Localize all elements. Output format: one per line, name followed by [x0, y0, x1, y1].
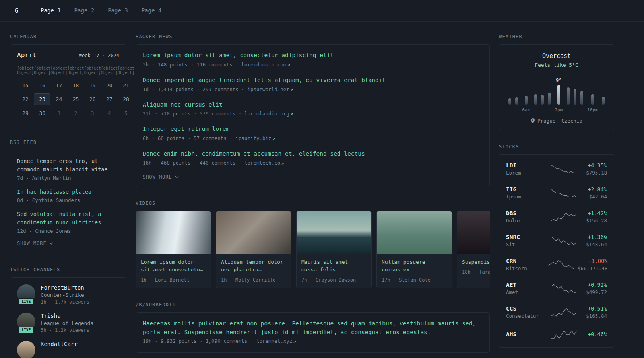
stock-row[interactable]: DBS Dolor +1.42% $156.28	[506, 205, 607, 229]
calendar-weekday: [object Object]	[17, 64, 34, 77]
hackernews-domain-link[interactable]: ipsumify.biz↗	[235, 135, 275, 141]
hackernews-section: HACKER NEWS Lorem ipsum dolor sit amet, …	[136, 34, 490, 187]
stock-change: +0.51%	[586, 305, 607, 312]
external-link-icon: ↗	[290, 111, 293, 117]
video-card[interactable]: Lorem ipsum dolor sit amet consectetu… 1…	[136, 211, 211, 288]
stock-change: +4.35%	[586, 162, 607, 169]
video-title: Aliquam tempor dolor nec pharetra…	[221, 258, 286, 274]
hackernews-domain-link[interactable]: ipsumworld.net↗	[247, 86, 293, 92]
weather-temp-bar	[508, 98, 511, 105]
twitch-channel[interactable]: LIVE ForrestBurton Counter-Strike 1h · 1…	[17, 284, 119, 305]
video-meta: 18h · Tara	[462, 269, 490, 275]
hackernews-title-link[interactable]: Integer eget rutrum lorem	[143, 125, 483, 134]
hackernews-show-more-button[interactable]: SHOW MORE	[143, 174, 483, 180]
weather-condition: Overcast	[506, 53, 607, 60]
stock-change: +1.36%	[586, 234, 607, 240]
page-tab[interactable]: Page 1	[41, 0, 61, 21]
hackernews-meta-text: 1d · 1,414 points · 299 comments ·	[143, 86, 244, 92]
page-tab[interactable]: Page 4	[142, 0, 162, 21]
weather-hour-column	[515, 74, 518, 113]
stocks-section-label: STOCKS	[499, 144, 614, 150]
stock-values: +4.35% $795.18	[586, 162, 607, 176]
subreddit-domain-link[interactable]: loremnet.xyz↗	[256, 338, 296, 344]
right-column: WEATHER Overcast Feels like 5°C	[499, 34, 614, 358]
hackernews-title-link[interactable]: Donec enim nibh, condimentum et accumsan…	[143, 150, 483, 158]
rss-item-title-link[interactable]: Donec tempor eros leo, ut commodo mauris…	[17, 157, 119, 174]
video-meta: 17h · Stefan Cole	[382, 277, 447, 283]
stock-row[interactable]: CCS Consectetur +0.51% $165.84	[506, 300, 607, 324]
twitch-channel-name: Trisha	[41, 313, 93, 319]
calendar-weekday: [object Object]	[84, 64, 101, 77]
stock-row[interactable]: IIG Ipsum +2.84% $42.04	[506, 181, 607, 205]
subreddit-section-label: /R/SUBREDDIT	[136, 302, 490, 307]
rss-item-title-link[interactable]: In hac habitasse platea	[17, 188, 119, 196]
show-more-label: SHOW MORE	[143, 174, 172, 180]
hackernews-domain: loremtech.co	[244, 160, 280, 166]
video-card[interactable]: Mauris sit amet massa felis 7h · Grayson…	[296, 211, 372, 288]
video-meta: 7h · Grayson Dawson	[301, 277, 367, 283]
stock-row[interactable]: LDI Lorem +4.35% $795.18	[506, 157, 607, 181]
hackernews-domain-link[interactable]: loremtech.co↗	[244, 160, 284, 166]
live-badge: LIVE	[18, 298, 34, 305]
hackernews-domain-link[interactable]: loremlandia.org↗	[244, 111, 293, 117]
video-thumbnail	[297, 211, 371, 254]
stock-price: $156.28	[586, 218, 607, 224]
calendar-day: 30	[34, 107, 50, 119]
video-card[interactable]: Nullam posuere cursus ex 17h · Stefan Co…	[376, 211, 452, 288]
calendar-section-label: CALENDAR	[10, 34, 126, 39]
hackernews-item-meta: 3h · 148 points · 116 comments · loremdo…	[143, 62, 483, 68]
calendar-day: 26	[84, 93, 101, 105]
page-tab[interactable]: Page 3	[108, 0, 128, 21]
stock-values: +0.46%	[588, 331, 607, 339]
stock-identity: CCS Consectetur	[506, 305, 544, 319]
hackernews-section-label: HACKER NEWS	[136, 34, 490, 39]
calendar-day: 1	[50, 107, 67, 119]
hackernews-item: Donec imperdiet augue tincidunt felis al…	[143, 76, 483, 92]
rss-item-title-link[interactable]: Sed volutpat nulla nisl, a condimentum n…	[17, 210, 119, 227]
stock-row[interactable]: CRN Bitcorn -1.00% $66,171.48	[506, 253, 607, 276]
page-tab[interactable]: Page 2	[74, 0, 95, 21]
calendar-day: 29	[17, 107, 34, 119]
stock-identity: IIG Ipsum	[506, 186, 544, 200]
hackernews-domain-link[interactable]: loremdomain.com↗	[241, 62, 290, 68]
app-logo[interactable]: G	[10, 0, 29, 21]
weather-temp-bar	[548, 93, 551, 105]
video-title: Nullam posuere cursus ex	[382, 258, 447, 274]
rss-show-more-button[interactable]: SHOW MORE	[17, 241, 119, 246]
hackernews-title-link[interactable]: Lorem ipsum dolor sit amet, consectetur …	[143, 51, 483, 60]
twitch-channel[interactable]: LIVE Trisha League of Legends 3h · 1.2k …	[17, 313, 119, 333]
calendar-week: Week 17	[79, 53, 99, 58]
stock-identity: AHS	[506, 331, 544, 339]
stock-price: $66,171.48	[578, 265, 607, 271]
stock-values: +0.92% $499.72	[586, 282, 607, 295]
video-card[interactable]: Aliquam tempor dolor nec pharetra… 1h · …	[216, 211, 291, 288]
stock-row[interactable]: SNRC Sit +1.36% $148.64	[506, 229, 607, 253]
weather-temp-bar	[541, 95, 544, 105]
twitch-channel-info: ForrestBurton Counter-Strike 1h · 1.7k v…	[41, 284, 89, 305]
stock-sparkline	[551, 283, 576, 294]
twitch-channel[interactable]: KendallCarr	[17, 341, 119, 358]
hackernews-title-link[interactable]: Donec imperdiet augue tincidunt felis al…	[143, 76, 483, 85]
weather-hour-column	[602, 74, 605, 113]
calendar-day: 18	[67, 80, 84, 91]
twitch-channel-info: Trisha League of Legends 3h · 1.2k viewe…	[41, 313, 93, 333]
subreddit-domain: loremnet.xyz	[256, 338, 292, 344]
stock-ticker: AHS	[506, 331, 544, 337]
subreddit-post-title-link[interactable]: Maecenas mollis pulvinar erat non posuer…	[143, 319, 483, 337]
calendar-year: 2024	[108, 53, 119, 58]
stock-change: +0.46%	[588, 331, 607, 337]
weather-temp-bar	[525, 96, 528, 105]
stock-row[interactable]: AET Amet +0.92% $499.72	[506, 276, 607, 300]
video-card[interactable]: Suspendisse diam 18h · Tara	[457, 211, 490, 288]
calendar-section: CALENDAR April Week 17 · 2024 [object Ob…	[10, 34, 126, 126]
stock-ticker: LDI	[506, 162, 544, 169]
stock-change: +1.42%	[586, 210, 607, 216]
video-card-body: Lorem ipsum dolor sit amet consectetu… 1…	[136, 254, 211, 288]
hackernews-title-link[interactable]: Aliquam nec cursus elit	[143, 101, 483, 109]
stocks-widget: LDI Lorem +4.35% $795.18 IIG Ipsum	[499, 154, 614, 348]
hackernews-meta-text: 21h · 710 points · 579 comments ·	[143, 111, 241, 117]
stock-change: +2.84%	[588, 186, 607, 193]
stock-sparkline	[551, 212, 576, 222]
stock-row[interactable]: AHS +0.46%	[506, 324, 607, 345]
external-link-icon: ↗	[287, 62, 290, 68]
